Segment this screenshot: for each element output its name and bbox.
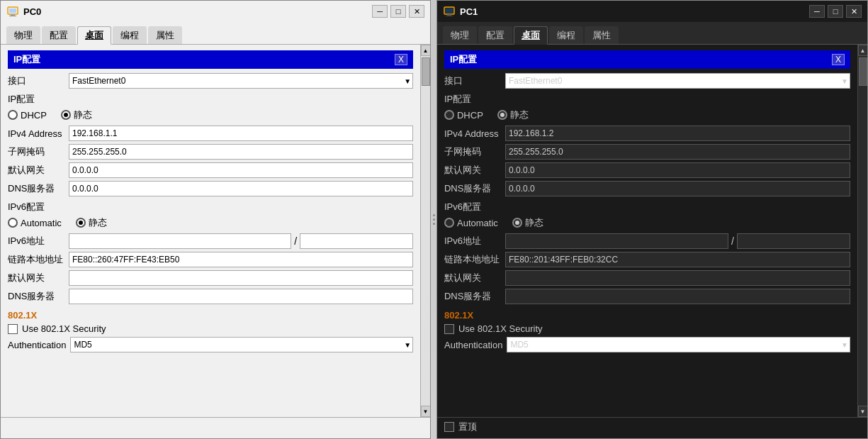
pc0-tab-physics[interactable]: 物理: [6, 26, 40, 44]
pc1-ipv6addr-main[interactable]: [505, 233, 728, 249]
pc0-gateway6-label: 默认网关: [8, 272, 64, 284]
pc1-802-label: 802.1X: [444, 310, 850, 321]
pc0-tab-properties[interactable]: 属性: [148, 26, 182, 44]
pc0-tab-config[interactable]: 配置: [42, 26, 76, 44]
pc1-auth-row: Authentication MD5 ▼: [444, 337, 850, 352]
pc0-dns-row: DNS服务器: [8, 181, 413, 196]
splitter[interactable]: [431, 0, 436, 439]
pc0-use802-checkbox[interactable]: [8, 324, 18, 334]
pc0-ip-panel-title: IP配置: [13, 53, 40, 66]
pc0-close-btn[interactable]: ✕: [409, 5, 424, 18]
pc1-close-btn[interactable]: ✕: [846, 5, 862, 18]
pc0-auth-select[interactable]: MD5: [70, 337, 413, 352]
pc1-dns-input[interactable]: [505, 181, 850, 196]
pc0-ip-panel-close[interactable]: X: [395, 54, 407, 65]
pc1-static-label: 静态: [510, 109, 529, 121]
pc0-gateway-input[interactable]: [69, 162, 413, 178]
pc1-ipv6-mode-group: Automatic 静态: [444, 216, 850, 229]
pc1-ipv6addr-sub[interactable]: [737, 233, 850, 249]
pc0-static-radio[interactable]: 静态: [61, 109, 92, 121]
pc1-ipv4-input[interactable]: [505, 126, 850, 141]
pc1-icon: [443, 5, 456, 18]
pc1-scroll-down[interactable]: ▼: [858, 406, 868, 417]
pc0-static6-radio[interactable]: 静态: [76, 216, 107, 229]
pc1-tab-physics[interactable]: 物理: [443, 26, 477, 44]
pc0-ipv6addr-sub[interactable]: [300, 233, 413, 249]
pc1-scroll-area[interactable]: IP配置 X 接口 FastEthernet0 ▼ IP配置: [437, 45, 857, 417]
pc1-linklocal-input[interactable]: [505, 252, 850, 267]
pc1-static-dot: [500, 113, 505, 117]
pc1-tab-desktop[interactable]: 桌面: [514, 26, 548, 45]
pc1-ip-config-label: IP配置: [444, 93, 850, 106]
pc0-scroll-area[interactable]: IP配置 X 接口 FastEthernet0 ▼ IP配置: [1, 45, 420, 417]
pc1-ip-panel-close[interactable]: X: [832, 54, 845, 65]
splitter-dot-3: [433, 223, 435, 225]
svg-rect-6: [447, 14, 451, 16]
pc1-gateway-row: 默认网关: [444, 162, 850, 178]
pc1-tab-properties[interactable]: 属性: [585, 26, 619, 44]
pc0-maximize-btn[interactable]: □: [390, 5, 406, 18]
pc1-use802-checkbox[interactable]: [444, 324, 454, 334]
pc1-ipv4-row: IPv4 Address: [444, 126, 850, 141]
pc1-static6-circle: [512, 218, 522, 228]
pc0-content: IP配置 X 接口 FastEthernet0 ▼ IP配置: [1, 45, 430, 417]
pc1-static-radio[interactable]: 静态: [497, 109, 529, 121]
pc0-scroll-down[interactable]: ▼: [421, 406, 431, 417]
pc1-auth-select[interactable]: MD5: [507, 337, 850, 352]
pc0-ipv6addr-row: IPv6地址 /: [8, 233, 413, 249]
pc1-tab-programming[interactable]: 编程: [549, 26, 583, 44]
pc0-gateway6-input[interactable]: [69, 270, 413, 286]
pc1-dns-label: DNS服务器: [444, 182, 501, 195]
pc0-scroll-up[interactable]: ▲: [421, 45, 431, 56]
pc1-use802-row: Use 802.1X Security: [444, 323, 850, 334]
pc1-interface-select[interactable]: FastEthernet0: [505, 73, 850, 89]
pc0-ipv6-sep: /: [294, 235, 297, 247]
pc0-dns6-label: DNS服务器: [8, 290, 64, 303]
pc1-scroll-thumb[interactable]: [859, 57, 867, 86]
pc1-ipv6-sep: /: [731, 235, 734, 247]
pc1-linklocal-label: 链路本地地址: [444, 253, 501, 266]
pc0-ip-mode-group: DHCP 静态: [8, 109, 413, 121]
pc0-gateway-row: 默认网关: [8, 162, 413, 178]
pc1-minimize-btn[interactable]: ─: [809, 5, 825, 18]
pc1-auto-radio[interactable]: Automatic: [444, 218, 498, 228]
pc1-tab-config[interactable]: 配置: [478, 26, 512, 44]
pc0-ipv4-row: IPv4 Address: [8, 126, 413, 141]
pc1-maximize-btn[interactable]: □: [828, 5, 843, 18]
pc0-linklocal-input[interactable]: [69, 252, 413, 267]
pc0-ip-config-label: IP配置: [8, 93, 413, 106]
pc0-tab-programming[interactable]: 编程: [113, 26, 147, 44]
pc1-reset-checkbox[interactable]: [444, 422, 454, 432]
pc0-tab-desktop[interactable]: 桌面: [77, 26, 111, 45]
pc0-icon: [6, 5, 19, 18]
pc0-dhcp-radio[interactable]: DHCP: [8, 110, 47, 121]
pc0-scroll-thumb[interactable]: [422, 57, 430, 86]
pc0-ipv6addr-main[interactable]: [69, 233, 291, 249]
pc0-linklocal-row: 链路本地地址: [8, 252, 413, 267]
pc0-auto-radio[interactable]: Automatic: [8, 218, 62, 228]
pc0-dns6-input[interactable]: [69, 289, 413, 304]
pc0-ipv4-input[interactable]: [69, 126, 413, 141]
splitter-dot-1: [433, 214, 435, 216]
pc1-auth-select-wrapper: MD5 ▼: [507, 337, 850, 352]
pc1-title: PC1: [460, 6, 809, 17]
pc0-auth-label: Authentication: [8, 340, 66, 350]
pc1-dns6-input[interactable]: [505, 289, 850, 304]
pc1-subnet-input[interactable]: [505, 144, 850, 160]
pc1-static6-radio[interactable]: 静态: [512, 216, 543, 229]
pc0-ipv6-config-label: IPv6配置: [8, 201, 413, 213]
pc0-subnet-input[interactable]: [69, 144, 413, 160]
svg-rect-5: [446, 9, 453, 13]
pc1-gateway6-input[interactable]: [505, 270, 850, 286]
pc0-window: PC0 ─ □ ✕ 物理 配置 桌面 编程 属性 IP配置 X 接口: [0, 0, 431, 439]
pc1-dhcp-radio[interactable]: DHCP: [444, 110, 483, 121]
pc0-interface-select[interactable]: FastEthernet0: [69, 73, 413, 89]
pc1-dns6-row: DNS服务器: [444, 289, 850, 304]
pc1-content: IP配置 X 接口 FastEthernet0 ▼ IP配置: [437, 45, 867, 417]
pc1-dns-row: DNS服务器: [444, 181, 850, 196]
pc1-gateway-input[interactable]: [505, 162, 850, 178]
pc0-minimize-btn[interactable]: ─: [372, 5, 388, 18]
pc0-dns-input[interactable]: [69, 181, 413, 196]
pc0-subnet-label: 子网掩码: [8, 145, 64, 158]
pc1-scroll-up[interactable]: ▲: [858, 45, 868, 56]
